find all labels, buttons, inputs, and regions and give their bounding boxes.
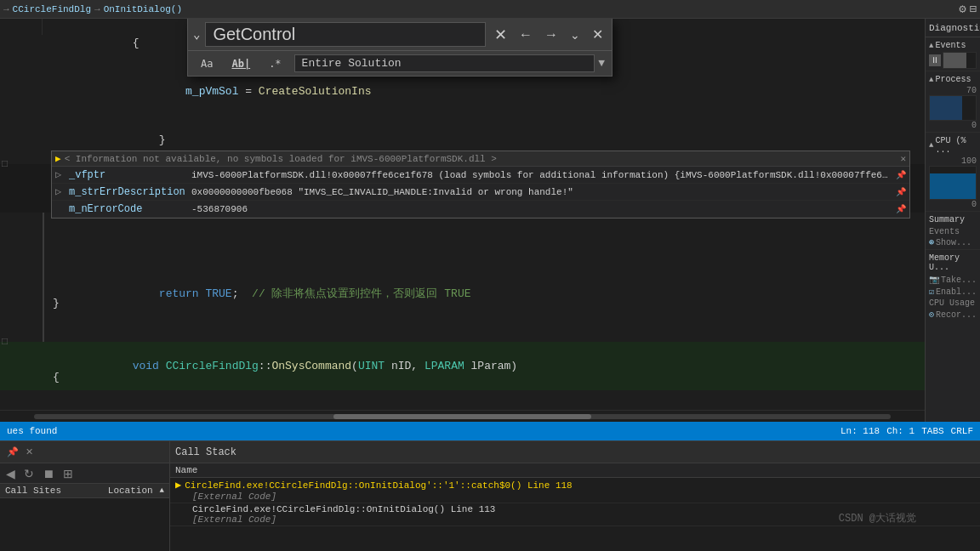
call-sites-close-btn[interactable]: ✕ xyxy=(24,446,35,457)
events-title: ▲ Events xyxy=(929,39,977,52)
search-overlay: ⌄ ✕ ← → ⌄ ✕ Aa Ab| .* Entire Solution ▼ xyxy=(187,19,612,77)
status-crlf: CRLF xyxy=(951,426,973,436)
code-editor-lines[interactable]: { m_pVmSol = CreateSolutionIns } xyxy=(0,19,925,422)
status-ln: Ln: 118 xyxy=(840,426,880,436)
search-next-btn[interactable]: → xyxy=(541,26,561,44)
active-row-arrow: ▶ xyxy=(175,479,181,491)
nav-separator1: → xyxy=(94,4,100,14)
show-row: ⊛ Show... xyxy=(929,237,977,247)
pin-icon-strerr[interactable]: 📌 xyxy=(896,187,906,197)
call-sites-content xyxy=(0,498,169,551)
auto-row-errorcode[interactable]: m_nErrorCode -536870906 📌 xyxy=(52,201,909,218)
process-section: ▲ Process 70 0 xyxy=(926,71,980,133)
sort-asc-icon[interactable]: ▲ xyxy=(160,486,164,495)
tb-back-btn[interactable]: ◀ xyxy=(3,466,18,481)
call-sites-pin-btn[interactable]: 📌 xyxy=(5,446,20,457)
scrollbar-thumb[interactable] xyxy=(333,414,590,419)
search-expand-btn[interactable]: ⌄ xyxy=(567,26,584,43)
process-chart xyxy=(929,95,977,121)
call-stack-title: Call Stack xyxy=(175,446,236,458)
case-sensitive-btn[interactable]: Aa xyxy=(195,55,219,72)
call-sites-header: 📌 ✕ xyxy=(0,441,169,463)
call-sites-name-col: Call Sites xyxy=(5,486,101,496)
memory-title: Memory U... xyxy=(929,252,977,274)
scope-dropdown-arrow[interactable]: ▼ xyxy=(598,57,605,70)
call-sites-toolbar: ◀ ↻ ⏹ ⊞ xyxy=(0,463,169,484)
code-line-close-brace: } xyxy=(0,295,925,311)
record-row: ⊙ Recor... xyxy=(929,309,977,321)
status-ch: Ch: 1 xyxy=(886,426,914,436)
expand-icon-vfptr[interactable]: ▷ xyxy=(55,168,66,181)
gutter-1 xyxy=(0,19,43,35)
call-sites-columns: Call Sites Location ▲ xyxy=(0,484,169,498)
events-bar xyxy=(943,52,977,69)
code-line-open-brace2: { xyxy=(0,369,925,385)
code-content-open2: { xyxy=(43,369,925,385)
search-close2-btn[interactable]: ✕ xyxy=(589,25,607,44)
nav-arrow-left: → xyxy=(3,4,9,14)
summary-section: Summary Events ⊛ Show... xyxy=(926,212,980,250)
right-panel: Diagnosti ⚙ ⊟ ▲ Events ⏸ xyxy=(925,19,980,422)
events-controls: ⏸ xyxy=(929,52,977,69)
call-stack-column-header: Name xyxy=(170,463,980,478)
call-sites-loc-col: Location xyxy=(108,486,153,496)
whole-word-btn[interactable]: Ab| xyxy=(225,55,256,72)
regex-btn[interactable]: .* xyxy=(263,55,287,72)
cpu-value-100: 100 xyxy=(929,156,977,166)
collapse-btn-onsys[interactable]: □ xyxy=(2,334,8,350)
pin-icon-vfptr[interactable]: 📌 xyxy=(896,170,906,180)
nav-func-link[interactable]: OnInitDialog() xyxy=(104,4,182,14)
diagnostics-title: Diagnosti xyxy=(929,23,979,33)
diagnostics-header: Diagnosti ⚙ ⊟ xyxy=(926,19,980,37)
process-value-0: 0 xyxy=(929,121,977,130)
search-close-btn[interactable]: ✕ xyxy=(491,24,510,46)
status-tabs: TABS xyxy=(921,426,943,436)
status-bar: ues found Ln: 118 Ch: 1 TABS CRLF xyxy=(0,422,980,440)
bottom-panels: 📌 ✕ ◀ ↻ ⏹ ⊞ Call Sites Location ▲ Call S… xyxy=(0,440,980,551)
scrollbar-track[interactable] xyxy=(34,414,891,419)
search-prev-btn[interactable]: ← xyxy=(516,26,536,44)
autos-info-text: < Information not available, no symbols … xyxy=(65,154,897,164)
call-stack-panel: Call Stack Name ▶ CircleFind.exe!CCircle… xyxy=(170,441,980,551)
tb-expand-btn[interactable]: ⊞ xyxy=(60,466,76,481)
expand-icon-strerr[interactable]: ▷ xyxy=(55,185,66,198)
events-section: ▲ Events ⏸ xyxy=(926,37,980,71)
watermark: CSDN @大话视觉 xyxy=(839,511,916,525)
collapse-btn-catch[interactable]: □ xyxy=(2,156,8,173)
call-stack-header: Call Stack xyxy=(170,441,980,463)
cs-row-1-ext: [External Code] xyxy=(175,514,276,525)
code-content-close: } xyxy=(43,295,925,311)
process-value-70: 70 xyxy=(929,86,977,95)
tb-stop-btn[interactable]: ⏹ xyxy=(40,466,57,481)
cs-row-0-name: CircleFind.exe!CCircleFindDlg::OnInitDia… xyxy=(185,480,975,491)
nav-settings-icon[interactable]: ⚙ xyxy=(959,2,966,16)
auto-row-strerr[interactable]: ▷ m_strErrDescription 0x0000000000fbe068… xyxy=(52,184,909,201)
events-pause-btn[interactable]: ⏸ xyxy=(929,54,941,66)
cpu-section: ▲ CPU (% ... 100 0 xyxy=(926,133,980,212)
autos-location-arrow: ▶ xyxy=(55,153,61,164)
search-scope-display: Entire Solution xyxy=(294,54,595,72)
autos-close-btn[interactable]: ✕ xyxy=(900,153,906,164)
horizontal-scrollbar[interactable] xyxy=(0,410,925,422)
search-input[interactable] xyxy=(205,22,486,47)
summary-title: Summary xyxy=(929,213,977,226)
status-issues: ues found xyxy=(7,426,57,436)
nav-window-icon[interactable]: ⊟ xyxy=(970,2,977,16)
call-stack-row-0[interactable]: ▶ CircleFind.exe!CCircleFindDlg::OnInitD… xyxy=(170,478,980,503)
call-sites-panel: 📌 ✕ ◀ ↻ ⏹ ⊞ Call Sites Location ▲ xyxy=(0,441,170,551)
cpu-title: ▲ CPU (% ... xyxy=(929,134,977,156)
search-collapse-btn[interactable]: ⌄ xyxy=(193,27,200,42)
pin-icon-errorcode[interactable]: 📌 xyxy=(896,204,906,214)
cpu-usage-label: CPU Usage xyxy=(929,298,977,309)
autos-popup: ▶ < Information not available, no symbol… xyxy=(51,151,910,219)
auto-row-vfptr[interactable]: ▷ _vfptr iMVS-6000PlatformSDK.dll!0x0000… xyxy=(52,167,909,184)
top-navigation-bar: → CCircleFindDlg → OnInitDialog() ⚙ ⊟ xyxy=(0,0,980,19)
cs-name-col: Name xyxy=(175,465,975,475)
memory-section: Memory U... 📷 Take... ☑ Enabl... CPU Usa… xyxy=(926,250,980,322)
nav-class-link[interactable]: CCircleFindDlg xyxy=(13,4,91,14)
enable-row: ☑ Enabl... xyxy=(929,286,977,298)
tb-refresh-btn[interactable]: ↻ xyxy=(21,466,37,481)
call-stack-table[interactable]: Name ▶ CircleFind.exe!CCircleFindDlg::On… xyxy=(170,463,980,551)
cpu-value-0: 0 xyxy=(929,200,977,209)
autos-rows: ▷ _vfptr iMVS-6000PlatformSDK.dll!0x0000… xyxy=(52,167,909,218)
